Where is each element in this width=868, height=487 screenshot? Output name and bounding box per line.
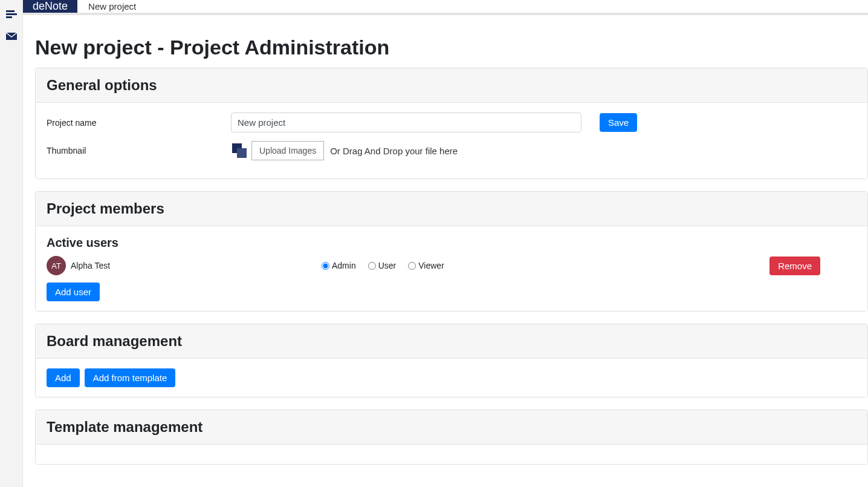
- general-options-heading: General options: [36, 68, 867, 103]
- active-users-heading: Active users: [47, 236, 857, 250]
- add-board-button[interactable]: Add: [47, 368, 80, 387]
- template-management-panel: Template management: [35, 410, 868, 465]
- avatar: AT: [47, 256, 66, 275]
- svg-rect-1: [6, 13, 17, 15]
- board-management-panel: Board management Add Add from template: [35, 324, 868, 397]
- page-title: New project - Project Administration: [35, 36, 868, 59]
- role-viewer-radio[interactable]: [408, 262, 416, 270]
- add-from-template-button[interactable]: Add from template: [85, 368, 176, 387]
- role-user-radio[interactable]: [368, 262, 376, 270]
- user-row: AT Alpha Test Admin User: [47, 256, 857, 275]
- role-admin-radio[interactable]: [322, 262, 329, 270]
- role-viewer[interactable]: Viewer: [408, 261, 444, 270]
- breadcrumb[interactable]: New project: [77, 0, 147, 13]
- svg-rect-0: [6, 10, 15, 12]
- mail-icon[interactable]: [5, 30, 18, 42]
- role-admin[interactable]: Admin: [322, 261, 356, 270]
- thumbnail-preview-icon: [231, 142, 248, 159]
- project-members-panel: Project members Active users AT Alpha Te…: [35, 191, 868, 312]
- board-management-heading: Board management: [36, 324, 867, 359]
- save-button[interactable]: Save: [600, 113, 637, 132]
- project-name-input[interactable]: [231, 113, 581, 132]
- thumbnail-label: Thumbnail: [47, 146, 231, 155]
- menu-icon[interactable]: [5, 8, 18, 21]
- template-management-heading: Template management: [36, 410, 867, 445]
- role-user[interactable]: User: [368, 261, 397, 270]
- brand-logo[interactable]: deNote: [23, 0, 77, 13]
- remove-user-button[interactable]: Remove: [769, 257, 820, 275]
- add-user-button[interactable]: Add user: [47, 283, 100, 301]
- upload-images-button[interactable]: Upload Images: [251, 141, 324, 160]
- topbar: deNote New project: [23, 0, 868, 13]
- general-options-panel: General options Project name Save Thumbn…: [35, 68, 868, 179]
- svg-rect-2: [6, 16, 12, 18]
- drag-drop-text: Or Drag And Drop your file here: [330, 146, 458, 156]
- left-sidebar: [0, 0, 23, 487]
- project-members-heading: Project members: [36, 192, 867, 226]
- project-name-label: Project name: [47, 118, 231, 128]
- user-name: Alpha Test: [71, 261, 110, 270]
